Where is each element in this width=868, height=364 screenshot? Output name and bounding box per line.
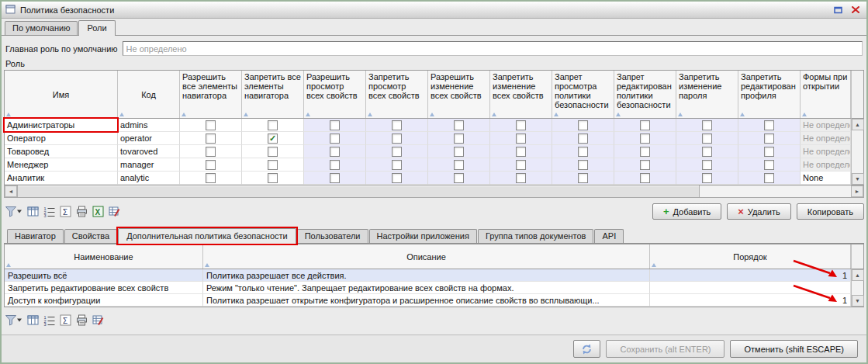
checkbox-cell[interactable] bbox=[738, 145, 801, 158]
checkbox[interactable] bbox=[206, 120, 216, 130]
filter-button[interactable] bbox=[4, 205, 23, 219]
checkbox-cell[interactable] bbox=[614, 132, 676, 145]
checkbox[interactable] bbox=[206, 147, 216, 157]
column-header[interactable]: Формы при открытии bbox=[801, 71, 851, 118]
role-code-cell[interactable]: admins bbox=[118, 119, 180, 132]
checkbox[interactable] bbox=[578, 160, 588, 170]
checkbox[interactable] bbox=[392, 160, 402, 170]
close-button[interactable] bbox=[849, 4, 863, 16]
copy-button[interactable]: Копировать bbox=[797, 203, 864, 220]
default-role-input[interactable] bbox=[123, 41, 863, 56]
checkbox-cell[interactable] bbox=[242, 145, 304, 158]
delete-button[interactable]: × Удалить bbox=[727, 203, 791, 220]
checkbox[interactable] bbox=[516, 173, 526, 183]
column-header[interactable]: Запретить изменение всех свойств bbox=[490, 71, 552, 118]
checkbox[interactable] bbox=[640, 160, 650, 170]
column-header[interactable]: Разрешить все элементы навигатора bbox=[180, 71, 242, 118]
grid-edit-button[interactable] bbox=[108, 205, 121, 219]
checkbox[interactable] bbox=[640, 133, 650, 144]
column-header[interactable]: Запрет редактирован политики безопасност… bbox=[614, 71, 676, 118]
checkbox[interactable] bbox=[578, 120, 588, 130]
column-header[interactable]: Наименование bbox=[5, 244, 203, 269]
column-header[interactable]: Имя bbox=[5, 71, 118, 118]
grid-edit-button[interactable] bbox=[92, 313, 105, 327]
checkbox-cell[interactable] bbox=[738, 158, 801, 172]
checkbox-cell[interactable] bbox=[490, 172, 552, 185]
policy-description-cell[interactable]: Политика разрешает открытие конфигуратор… bbox=[203, 294, 650, 307]
checkbox-cell[interactable] bbox=[490, 119, 552, 132]
checkbox-cell[interactable] bbox=[180, 119, 242, 132]
checkbox[interactable] bbox=[268, 173, 278, 183]
column-header[interactable]: Порядок bbox=[650, 244, 851, 269]
checkbox[interactable] bbox=[764, 173, 774, 183]
scrollbar-thumb[interactable] bbox=[17, 185, 700, 197]
checkbox[interactable] bbox=[702, 160, 712, 170]
tab-navigator[interactable]: Навигатор bbox=[7, 229, 64, 243]
checkbox[interactable] bbox=[392, 133, 402, 144]
checkbox-cell[interactable] bbox=[366, 158, 428, 172]
checkbox-cell[interactable] bbox=[738, 132, 801, 145]
checkbox[interactable] bbox=[330, 160, 340, 170]
checkbox[interactable] bbox=[206, 173, 216, 183]
maximize-button[interactable] bbox=[831, 4, 845, 16]
roles-horizontal-scrollbar[interactable]: ◄ ► bbox=[4, 185, 864, 198]
policy-vertical-scrollbar[interactable]: ▲ ▼ bbox=[851, 269, 863, 307]
checkbox[interactable] bbox=[764, 120, 774, 130]
checkbox-cell[interactable] bbox=[304, 158, 366, 172]
forms-on-open-cell[interactable]: Не определено bbox=[801, 158, 851, 172]
role-code-cell[interactable]: analytic bbox=[118, 172, 180, 185]
column-header[interactable]: Разрешить просмотр всех свойств bbox=[304, 71, 366, 118]
checkbox[interactable] bbox=[268, 160, 278, 170]
forms-on-open-cell[interactable]: Не определено bbox=[801, 119, 851, 132]
policy-name-cell[interactable]: Доступ к конфигурации bbox=[5, 294, 203, 307]
checkbox[interactable] bbox=[516, 147, 526, 157]
checkbox-cell[interactable] bbox=[552, 172, 614, 185]
scroll-down-arrow[interactable]: ▼ bbox=[852, 295, 864, 307]
checkbox-cell[interactable] bbox=[490, 145, 552, 158]
role-code-cell[interactable]: manager bbox=[118, 158, 180, 172]
policy-description-cell[interactable]: Политика разрешает все действия. bbox=[203, 269, 650, 282]
checkbox[interactable] bbox=[702, 147, 712, 157]
checkbox-cell[interactable] bbox=[614, 145, 676, 158]
add-button[interactable]: + Добавить bbox=[652, 203, 721, 220]
checkbox[interactable] bbox=[702, 120, 712, 130]
tab-api[interactable]: API bbox=[594, 229, 624, 243]
checkbox-cell[interactable] bbox=[614, 172, 676, 185]
tab-additional-security-policy[interactable]: Дополнительная политика безопасности bbox=[118, 228, 296, 244]
numbered-list-button[interactable]: 123 bbox=[43, 205, 56, 219]
checkbox-cell[interactable] bbox=[428, 172, 490, 185]
checkbox[interactable] bbox=[268, 120, 278, 130]
forms-on-open-cell[interactable]: Не определено bbox=[801, 132, 851, 145]
numbered-list-button[interactable]: 123 bbox=[43, 313, 56, 327]
checkbox-cell[interactable]: ✓ bbox=[242, 132, 304, 145]
role-name-cell[interactable]: Менеджер bbox=[5, 158, 118, 172]
scroll-up-arrow[interactable]: ▲ bbox=[852, 269, 864, 281]
scroll-down-arrow[interactable]: ▼ bbox=[852, 173, 864, 185]
policy-name-cell[interactable]: Разрешить всё bbox=[5, 269, 203, 282]
tab-document-type-group[interactable]: Группа типов документов bbox=[478, 229, 594, 243]
excel-export-button[interactable]: X bbox=[92, 205, 105, 219]
checkbox-cell[interactable] bbox=[552, 145, 614, 158]
scroll-left-arrow[interactable]: ◄ bbox=[5, 185, 17, 197]
columns-button[interactable] bbox=[26, 313, 40, 327]
checkbox-cell[interactable] bbox=[242, 172, 304, 185]
checkbox[interactable] bbox=[578, 173, 588, 183]
column-header[interactable]: Описание bbox=[203, 244, 650, 269]
column-header[interactable]: Запретить просмотр всех свойств bbox=[366, 71, 428, 118]
forms-on-open-cell[interactable]: None bbox=[801, 172, 851, 185]
policy-order-cell[interactable] bbox=[650, 282, 851, 294]
role-name-cell[interactable]: Аналитик bbox=[5, 172, 118, 185]
checkbox-cell[interactable] bbox=[676, 145, 738, 158]
checkbox[interactable] bbox=[454, 160, 464, 170]
checkbox-cell[interactable] bbox=[428, 158, 490, 172]
role-code-cell[interactable]: operator bbox=[118, 132, 180, 145]
checkbox-cell[interactable] bbox=[490, 158, 552, 172]
scrollbar-track[interactable] bbox=[700, 185, 851, 197]
refresh-button[interactable] bbox=[573, 340, 600, 358]
save-button[interactable]: Сохранить (alt ENTER) bbox=[606, 340, 724, 358]
checkbox-cell[interactable] bbox=[428, 119, 490, 132]
checkbox[interactable] bbox=[702, 173, 712, 183]
checkbox[interactable] bbox=[640, 147, 650, 157]
role-name-cell[interactable]: Администраторы bbox=[5, 119, 118, 132]
checkbox[interactable]: ✓ bbox=[268, 133, 278, 144]
